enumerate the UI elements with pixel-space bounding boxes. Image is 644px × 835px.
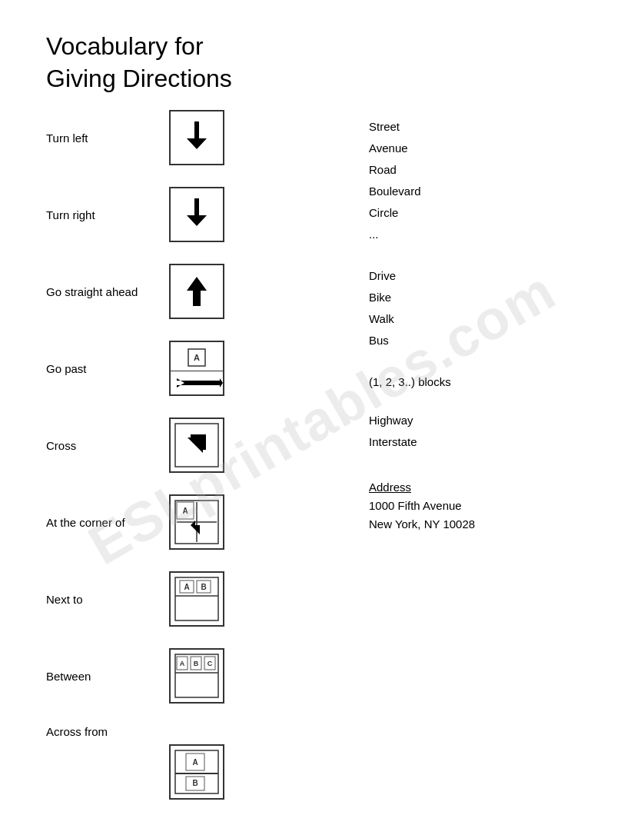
transport-drive: Drive [369,267,598,285]
between-icon: A B C [169,648,224,704]
left-column: Turn left Turn right [46,110,369,800]
svg-marker-0 [187,121,207,149]
vocab-item-go-straight: Go straight ahead [46,264,369,319]
road-type-road: Road [369,161,598,179]
vocab-item-corner-of: At the corner of A [46,494,369,550]
road-type-circle: Circle [369,204,598,222]
road-type-highway: Highway [369,411,598,430]
svg-marker-2 [187,277,207,306]
across-from-icon: A B [169,744,224,800]
transport-walk: Walk [369,310,598,328]
svg-marker-7 [188,434,206,453]
across-from-label: Across from [46,725,154,738]
svg-text:A: A [180,660,185,667]
address-line2: New York, NY 10028 [369,515,598,534]
svg-text:A: A [192,758,198,767]
across-from-icon-container: A B [169,744,369,800]
go-past-icon: A [169,341,224,396]
svg-text:C: C [207,660,213,667]
vocab-item-turn-right: Turn right [46,187,369,242]
turn-left-label: Turn left [46,131,154,145]
vocab-item-next-to: Next to A B [46,571,369,627]
road-type-interstate: Interstate [369,433,598,451]
right-column: Street Avenue Road Boulevard Circle ... … [369,110,598,800]
cross-icon [169,418,224,473]
svg-text:B: B [194,660,199,667]
vocab-item-turn-left: Turn left [46,110,369,165]
address-label: Address [369,481,598,494]
turn-right-icon [169,187,224,242]
next-to-icon: A B [169,571,224,627]
cross-label: Cross [46,439,154,452]
road-type-boulevard: Boulevard [369,182,598,201]
page: ESLprintables.com Vocabulary for Giving … [0,0,644,835]
go-straight-icon [169,264,224,319]
road-types-group3: Highway Interstate [369,411,598,451]
vocab-item-across-from: Across from [46,725,369,738]
transport-types: Drive Bike Walk Bus [369,267,598,350]
turn-left-icon [169,110,224,165]
turn-right-label: Turn right [46,208,154,221]
vocab-item-cross: Cross [46,418,369,473]
road-types-group1: Street Avenue Road Boulevard Circle ... [369,118,598,244]
between-label: Between [46,670,154,683]
address-line1: 1000 Fifth Avenue [369,497,598,515]
corner-of-icon: A [169,494,224,550]
transport-bike: Bike [369,288,598,307]
svg-marker-1 [187,198,207,226]
svg-text:A: A [184,583,189,591]
transport-bus: Bus [369,331,598,350]
go-past-building: A [171,342,223,371]
road-type-ellipsis: ... [369,225,598,244]
go-past-arrow [171,371,223,394]
road-type-avenue: Avenue [369,139,598,158]
corner-of-label: At the corner of [46,516,154,529]
vocab-item-go-past: Go past A [46,341,369,396]
main-content: Turn left Turn right [46,110,598,800]
svg-marker-5 [177,378,223,388]
distance-label: (1, 2, 3..) blocks [369,373,598,391]
vocab-item-between: Between A B C [46,648,369,704]
go-straight-label: Go straight ahead [46,285,154,298]
page-title: Vocabulary for Giving Directions [46,31,292,95]
road-type-street: Street [369,118,598,136]
svg-text:B: B [192,779,198,787]
svg-text:A: A [194,353,200,362]
svg-text:B: B [201,583,206,591]
svg-text:A: A [182,507,188,515]
next-to-label: Next to [46,593,154,606]
go-past-label: Go past [46,362,154,375]
